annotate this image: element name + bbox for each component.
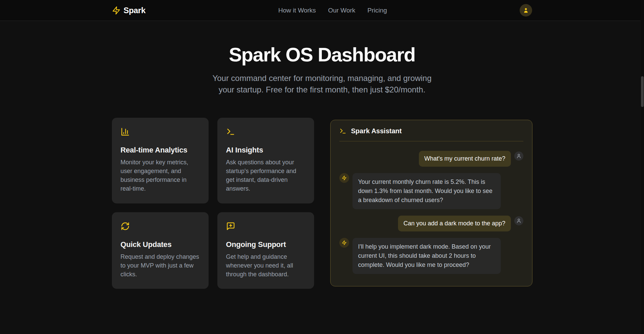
feature-card-realtime-analytics: Real-time Analytics Monitor your key met…: [112, 118, 209, 203]
terminal-icon: [339, 128, 346, 135]
assistant-message-bubble: Your current monthly churn rate is 5.2%.…: [352, 173, 501, 209]
assistant-message-bubble: I'll help you implement dark mode. Based…: [352, 238, 501, 274]
page-title: Spark OS Dashboard: [0, 43, 644, 66]
feature-description: Ask questions about your startup's perfo…: [226, 158, 305, 193]
user-message-bubble: What's my current churn rate?: [419, 151, 511, 167]
header-inner: Spark How it Works Our Work Pricing: [106, 0, 538, 21]
account-avatar-button[interactable]: [520, 4, 532, 17]
feature-title: AI Insights: [226, 146, 305, 155]
feature-title: Quick Updates: [121, 240, 200, 249]
feature-card-quick-updates: Quick Updates Request and deploy changes…: [112, 212, 209, 289]
chat-message-assistant: I'll help you implement dark mode. Based…: [339, 238, 523, 274]
chat-message-user: What's my current churn rate?: [339, 151, 523, 167]
chat-message-assistant: Your current monthly churn rate is 5.2%.…: [339, 173, 523, 209]
nav-link-pricing[interactable]: Pricing: [367, 7, 387, 14]
assistant-avatar: [339, 238, 349, 248]
user-avatar: [514, 151, 523, 161]
zap-icon: [112, 6, 121, 15]
zap-icon: [342, 240, 347, 245]
page-subtitle: Your command center for monitoring, mana…: [206, 73, 438, 95]
page-scrollbar-track: [641, 0, 644, 334]
user-message-bubble: Can you add a dark mode to the app?: [398, 216, 511, 231]
terminal-icon: [226, 127, 305, 136]
logo[interactable]: Spark: [112, 6, 146, 15]
refresh-icon: [121, 222, 200, 231]
site-header: Spark How it Works Our Work Pricing: [0, 0, 644, 21]
feature-description: Monitor your key metrics, user engagemen…: [121, 158, 200, 193]
assistant-header: Spark Assistant: [331, 120, 532, 141]
user-avatar: [514, 216, 523, 225]
spark-assistant-panel: Spark Assistant What's my current churn …: [330, 120, 532, 286]
feature-title: Real-time Analytics: [121, 146, 200, 155]
nav-link-our-work[interactable]: Our Work: [328, 7, 355, 14]
assistant-avatar: [339, 173, 349, 183]
feature-card-ai-insights: AI Insights Ask questions about your sta…: [217, 118, 314, 203]
main-content: Real-time Analytics Monitor your key met…: [106, 118, 538, 289]
nav-link-how-it-works[interactable]: How it Works: [278, 7, 316, 14]
feature-description: Request and deploy changes to your MVP w…: [121, 252, 200, 279]
message-square-plus-icon: [226, 222, 305, 231]
chat-message-user: Can you add a dark mode to the app?: [339, 216, 523, 231]
assistant-title: Spark Assistant: [351, 127, 402, 135]
page-scrollbar-thumb[interactable]: [641, 76, 644, 107]
zap-icon: [342, 175, 347, 180]
bar-chart-icon: [121, 127, 200, 136]
user-filled-icon: [523, 7, 529, 13]
feature-card-ongoing-support: Ongoing Support Get help and guidance wh…: [217, 212, 314, 289]
user-icon: [516, 154, 521, 159]
features-grid: Real-time Analytics Monitor your key met…: [112, 118, 314, 289]
hero-section: Spark OS Dashboard Your command center f…: [0, 21, 644, 95]
assistant-message-list: What's my current churn rate? Your curre…: [331, 141, 532, 286]
logo-text: Spark: [124, 6, 146, 15]
feature-title: Ongoing Support: [226, 240, 305, 249]
feature-description: Get help and guidance whenever you need …: [226, 252, 305, 279]
main-nav: How it Works Our Work Pricing: [278, 7, 387, 14]
user-icon: [516, 218, 521, 223]
